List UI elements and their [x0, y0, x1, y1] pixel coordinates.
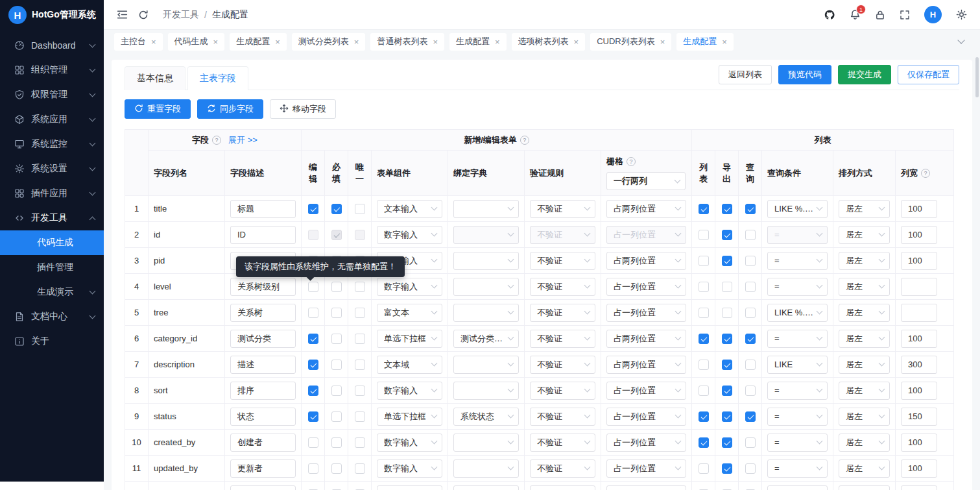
validation-rule-select[interactable]: 不验证: [530, 226, 595, 244]
column-width-input[interactable]: 100: [901, 200, 937, 218]
unique-checkbox[interactable]: [355, 230, 365, 240]
grid-position-select[interactable]: 占两列位置: [606, 330, 686, 348]
query-condition-select[interactable]: =: [767, 252, 828, 270]
move-fields-button[interactable]: 移动字段: [270, 99, 336, 119]
page-tab[interactable]: 生成配置×: [676, 33, 734, 51]
edit-checkbox[interactable]: [308, 308, 318, 318]
form-component-select[interactable]: 文本域: [377, 356, 442, 374]
query-condition-select[interactable]: =: [767, 226, 828, 244]
column-width-input[interactable]: [901, 304, 937, 322]
query-condition-select[interactable]: =: [767, 459, 828, 478]
query-condition-select[interactable]: =: [767, 278, 828, 296]
required-checkbox[interactable]: [331, 230, 342, 240]
align-select[interactable]: 居左: [839, 252, 890, 270]
edit-checkbox[interactable]: [308, 204, 318, 214]
form-component-select[interactable]: 数字输入: [377, 382, 442, 400]
required-checkbox[interactable]: [331, 204, 342, 214]
align-select[interactable]: 居左: [839, 304, 890, 322]
list-checkbox[interactable]: [699, 463, 709, 474]
query-checkbox[interactable]: [745, 334, 756, 344]
column-width-input[interactable]: 100: [901, 459, 937, 478]
save-config-only-button[interactable]: 仅保存配置: [898, 65, 959, 84]
dict-binding-select[interactable]: [453, 459, 519, 478]
unique-checkbox[interactable]: [355, 308, 365, 318]
github-icon[interactable]: [824, 9, 835, 21]
grid-position-select[interactable]: 占两列位置: [606, 252, 686, 270]
validation-rule-select[interactable]: 不验证: [530, 408, 595, 426]
grid-position-select[interactable]: 占一列位置: [606, 304, 686, 322]
help-icon[interactable]: ?: [627, 157, 636, 166]
list-checkbox[interactable]: [699, 282, 709, 292]
sidebar-item-system-app[interactable]: 系统应用: [0, 107, 104, 132]
query-condition-select[interactable]: [767, 485, 828, 490]
grid-position-select[interactable]: 占一列位置: [606, 408, 686, 426]
unique-checkbox[interactable]: [355, 437, 365, 448]
edit-checkbox[interactable]: [308, 463, 318, 474]
form-component-select[interactable]: 单选下拉框: [377, 330, 442, 348]
grid-position-select[interactable]: 占一列位置: [606, 278, 686, 296]
column-width-input[interactable]: 100: [901, 252, 937, 270]
dict-binding-select[interactable]: [453, 434, 519, 452]
validation-rule-select[interactable]: 不验证: [530, 304, 595, 322]
query-condition-select[interactable]: =: [767, 330, 828, 348]
align-select[interactable]: [839, 485, 890, 490]
column-width-input[interactable]: 100: [901, 226, 937, 244]
field-desc-input[interactable]: 描述: [230, 356, 296, 374]
query-checkbox[interactable]: [745, 437, 756, 448]
query-condition-select[interactable]: LIKE %...%: [767, 304, 828, 322]
page-scrollbar-thumb[interactable]: [975, 57, 979, 97]
sidebar-item-docs[interactable]: 文档中心: [0, 304, 104, 329]
close-icon[interactable]: ×: [660, 38, 665, 46]
dict-binding-select[interactable]: [453, 382, 519, 400]
lock-screen-icon[interactable]: [875, 10, 885, 20]
export-checkbox[interactable]: [722, 411, 732, 422]
sidebar-item-plugin-manage[interactable]: 插件管理: [0, 255, 104, 280]
sidebar-item-dashboard[interactable]: Dashboard: [0, 33, 104, 58]
field-desc-input[interactable]: 关系树: [230, 304, 296, 322]
export-checkbox[interactable]: [722, 308, 732, 318]
list-checkbox[interactable]: [699, 360, 709, 370]
avatar[interactable]: H: [924, 6, 942, 23]
align-select[interactable]: 居左: [839, 226, 890, 244]
page-tab[interactable]: 生成配置×: [230, 33, 287, 51]
page-tab[interactable]: 普通树表列表×: [370, 33, 444, 51]
edit-checkbox[interactable]: [308, 230, 318, 240]
field-desc-input[interactable]: 状态: [230, 408, 296, 426]
form-component-select[interactable]: 数字输入: [377, 226, 442, 244]
required-checkbox[interactable]: [331, 334, 342, 344]
field-desc-input[interactable]: 排序: [230, 382, 296, 400]
card-tab[interactable]: 主表字段: [187, 66, 248, 90]
grid-position-select[interactable]: 占一列位置: [606, 226, 686, 244]
align-select[interactable]: 居左: [839, 356, 890, 374]
collapse-sidebar-icon[interactable]: [117, 9, 128, 20]
export-checkbox[interactable]: [722, 282, 732, 292]
preview-code-button[interactable]: 预览代码: [778, 65, 831, 84]
form-component-select[interactable]: 富文本: [377, 304, 442, 322]
query-condition-select[interactable]: LIKE: [767, 356, 828, 374]
query-checkbox[interactable]: [745, 411, 756, 422]
close-icon[interactable]: ×: [151, 38, 156, 46]
grid-layout-select[interactable]: 一行两列: [606, 172, 686, 190]
page-tab[interactable]: 主控台×: [114, 33, 163, 51]
query-checkbox[interactable]: [745, 463, 756, 474]
sidebar-item-codegen[interactable]: 代码生成: [0, 230, 104, 255]
column-width-input[interactable]: 100: [901, 434, 937, 452]
edit-checkbox[interactable]: [308, 411, 318, 422]
export-checkbox[interactable]: [722, 230, 732, 240]
dict-binding-select[interactable]: [453, 356, 519, 374]
form-component-select[interactable]: 文本输入: [377, 200, 442, 218]
dict-binding-select[interactable]: [453, 226, 519, 244]
close-icon[interactable]: ×: [354, 38, 359, 46]
export-checkbox[interactable]: [722, 437, 732, 448]
field-desc-input[interactable]: ID: [230, 226, 296, 244]
back-to-list-button[interactable]: 返回列表: [719, 65, 772, 84]
export-checkbox[interactable]: [722, 386, 732, 396]
reset-fields-button[interactable]: 重置字段: [125, 99, 191, 119]
grid-position-select[interactable]: 占一列位置: [606, 434, 686, 452]
close-icon[interactable]: ×: [495, 38, 500, 46]
unique-checkbox[interactable]: [355, 282, 365, 292]
align-select[interactable]: 居左: [839, 278, 890, 296]
app-logo[interactable]: H HotGo管理系统: [0, 0, 104, 30]
fullscreen-icon[interactable]: [900, 10, 910, 20]
list-checkbox[interactable]: [699, 411, 709, 422]
